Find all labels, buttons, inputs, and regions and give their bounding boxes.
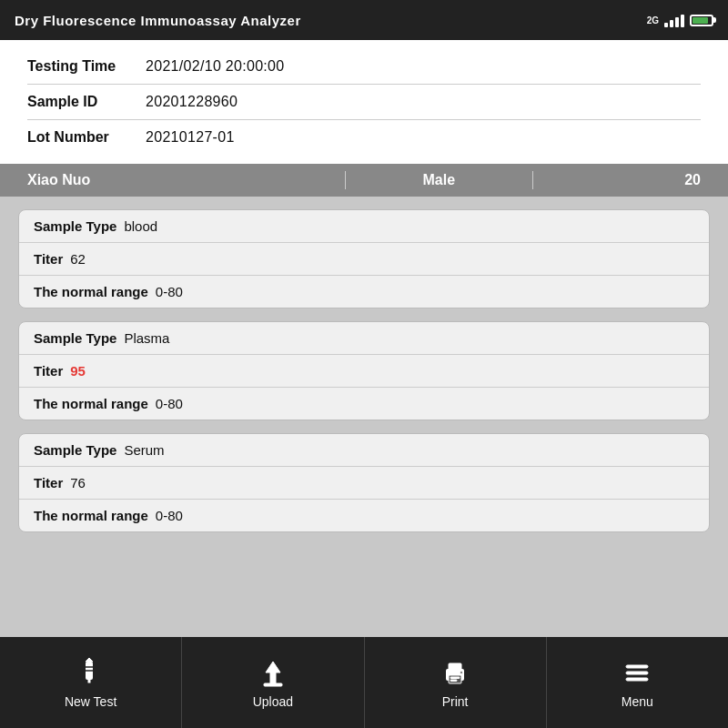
normal-range-row-0: The normal range0-80: [19, 276, 709, 308]
svg-rect-12: [450, 680, 457, 682]
normal-range-label-2: The normal range: [34, 508, 148, 523]
sample-type-row-1: Sample TypePlasma: [19, 322, 709, 355]
titer-row-1: Titer95: [19, 355, 709, 388]
info-section: Testing Time 2021/02/10 20:00:00 Sample …: [0, 40, 728, 164]
status-icons: 2G: [647, 13, 713, 27]
upload-icon: [257, 656, 289, 689]
svg-rect-1: [88, 678, 90, 682]
upload-button[interactable]: Upload: [182, 637, 364, 728]
normal-range-value-2: 0-80: [156, 508, 183, 523]
menu-label: Menu: [622, 694, 653, 709]
svg-marker-2: [86, 658, 93, 662]
testing-time-label: Testing Time: [27, 58, 146, 75]
svg-rect-13: [626, 665, 648, 668]
normal-range-row-1: The normal range0-80: [19, 388, 709, 420]
print-button[interactable]: Print: [365, 637, 547, 728]
battery-icon: [690, 15, 713, 26]
sample-type-label-1: Sample Type: [34, 330, 116, 346]
titer-value-0: 62: [70, 251, 86, 267]
signal-bars-icon: [664, 13, 684, 27]
patient-name: Xiao Nuo: [27, 172, 327, 188]
new-test-label: New Test: [65, 694, 116, 709]
sample-type-value-1: Plasma: [124, 330, 169, 346]
titer-label-0: Titer: [34, 251, 63, 267]
status-bar: Dry Fluorescence Immunoassay Analyzer 2G: [0, 0, 728, 40]
patient-divider: [345, 171, 346, 189]
normal-range-label-1: The normal range: [34, 396, 148, 411]
patient-divider2: [532, 171, 533, 189]
svg-point-10: [460, 672, 463, 674]
normal-range-row-2: The normal range0-80: [19, 500, 709, 531]
app-title: Dry Fluorescence Immunoassay Analyzer: [15, 13, 301, 28]
upload-label: Upload: [253, 694, 293, 709]
new-test-icon: [75, 656, 107, 689]
titer-label-1: Titer: [34, 363, 63, 379]
sample-type-label-0: Sample Type: [34, 218, 116, 234]
new-test-button[interactable]: New Test: [0, 637, 182, 728]
normal-range-value-0: 0-80: [156, 284, 183, 299]
print-label: Print: [442, 694, 469, 709]
sample-type-label-2: Sample Type: [34, 442, 116, 458]
svg-rect-11: [450, 677, 460, 679]
testing-time-row: Testing Time 2021/02/10 20:00:00: [27, 49, 701, 85]
svg-rect-6: [264, 683, 282, 686]
sample-type-value-0: blood: [124, 218, 157, 234]
testing-time-value: 2021/02/10 20:00:00: [146, 58, 285, 75]
patient-bar: Xiao Nuo Male 20: [0, 164, 728, 197]
titer-row-2: Titer76: [19, 467, 709, 500]
signal-2g-label: 2G: [647, 15, 659, 25]
svg-rect-9: [449, 663, 461, 671]
titer-value-1: 95: [70, 363, 86, 379]
svg-rect-15: [626, 678, 648, 681]
result-card-1: Sample TypePlasmaTiter95The normal range…: [18, 321, 710, 420]
sample-type-value-2: Serum: [124, 442, 164, 458]
toolbar: New Test Upload Print: [0, 637, 728, 728]
sample-id-label: Sample ID: [27, 94, 146, 110]
results-area: Sample TypebloodTiter62The normal range0…: [0, 197, 728, 637]
main-content: Testing Time 2021/02/10 20:00:00 Sample …: [0, 40, 728, 637]
patient-age: 20: [551, 172, 702, 188]
sample-type-row-2: Sample TypeSerum: [19, 434, 709, 467]
lot-number-row: Lot Number 20210127-01: [27, 120, 701, 155]
normal-range-label-0: The normal range: [34, 284, 148, 299]
titer-row-0: Titer62: [19, 243, 709, 276]
sample-id-value: 20201228960: [146, 94, 238, 110]
titer-value-2: 76: [70, 475, 86, 490]
svg-marker-5: [266, 662, 280, 683]
normal-range-value-1: 0-80: [156, 396, 183, 411]
menu-button[interactable]: Menu: [547, 637, 728, 728]
lot-number-value: 20210127-01: [146, 129, 235, 146]
lot-number-label: Lot Number: [27, 129, 146, 146]
result-card-2: Sample TypeSerumTiter76The normal range0…: [18, 433, 710, 532]
result-card-0: Sample TypebloodTiter62The normal range0…: [18, 209, 710, 308]
svg-rect-14: [626, 672, 648, 674]
sample-id-row: Sample ID 20201228960: [27, 85, 701, 120]
sample-type-row-0: Sample Typeblood: [19, 210, 709, 243]
menu-icon: [621, 656, 653, 689]
patient-gender: Male: [364, 172, 514, 188]
titer-label-2: Titer: [34, 475, 63, 490]
print-icon: [439, 656, 471, 689]
